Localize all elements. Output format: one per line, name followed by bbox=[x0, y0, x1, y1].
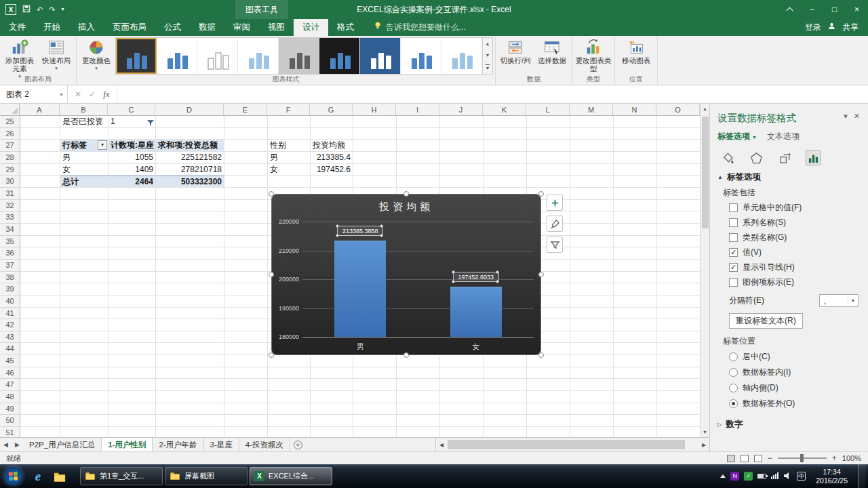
cell-B33[interactable] bbox=[60, 211, 108, 224]
row-header-49[interactable]: 49 bbox=[0, 403, 20, 415]
cell-A47[interactable] bbox=[20, 379, 60, 391]
cell-A33[interactable] bbox=[20, 211, 60, 224]
cell-E39[interactable] bbox=[224, 283, 268, 296]
chart-style-thumb-8[interactable] bbox=[401, 38, 441, 74]
radio-outside-end[interactable]: 数据标签外(O) bbox=[729, 398, 860, 409]
cell-C49[interactable] bbox=[108, 403, 156, 415]
cell-C46[interactable] bbox=[108, 367, 156, 380]
cell-L48[interactable] bbox=[527, 391, 570, 403]
cell-M51[interactable] bbox=[570, 427, 614, 437]
cell-D47[interactable] bbox=[156, 379, 224, 391]
row-header-28[interactable]: 28 bbox=[0, 152, 20, 164]
column-header-L[interactable]: L bbox=[526, 104, 570, 115]
chart-styles-button[interactable] bbox=[547, 216, 563, 232]
cell-D34[interactable] bbox=[156, 224, 224, 236]
row-header-40[interactable]: 40 bbox=[0, 296, 20, 308]
checkbox-box[interactable] bbox=[729, 218, 738, 227]
cell-O30[interactable] bbox=[657, 176, 700, 188]
cell-E44[interactable] bbox=[224, 343, 268, 355]
row-header-30[interactable]: 30 bbox=[0, 176, 20, 188]
redo-icon[interactable]: ↷ bbox=[49, 6, 55, 14]
cell-H29[interactable] bbox=[353, 164, 397, 176]
input-language-icon[interactable]: 中 bbox=[797, 472, 806, 481]
cell-H30[interactable] bbox=[353, 176, 397, 188]
chart-elements-button[interactable] bbox=[547, 195, 563, 211]
taskbar-window-1[interactable]: 屏幕截图 bbox=[165, 467, 248, 485]
formula-input[interactable] bbox=[117, 85, 868, 103]
row-header-39[interactable]: 39 bbox=[0, 283, 20, 296]
windows-explorer-icon[interactable] bbox=[51, 468, 68, 485]
cell-A31[interactable] bbox=[20, 188, 60, 200]
chart-style-thumb-3[interactable] bbox=[197, 38, 238, 74]
worksheet-grid[interactable]: ABCDEFGHIJKLMNO 25是否已投资12627行标签▼计数项:星座求和… bbox=[0, 104, 700, 437]
cell-D36[interactable] bbox=[156, 247, 224, 260]
cell-J26[interactable] bbox=[440, 128, 484, 140]
cell-O31[interactable] bbox=[657, 188, 700, 200]
cell-N46[interactable] bbox=[614, 367, 657, 380]
cell-A39[interactable] bbox=[20, 283, 60, 296]
page-break-view-icon[interactable] bbox=[754, 455, 762, 462]
cell-C39[interactable] bbox=[108, 283, 156, 296]
cell-L51[interactable] bbox=[527, 427, 570, 437]
cell-B26[interactable] bbox=[60, 128, 108, 140]
customize-qat-icon[interactable]: ▾ bbox=[61, 7, 64, 12]
name-box-dropdown-icon[interactable]: ▼ bbox=[56, 92, 67, 97]
cell-I45[interactable] bbox=[397, 355, 440, 367]
chart-bar-男[interactable] bbox=[334, 241, 386, 337]
column-header-N[interactable]: N bbox=[613, 104, 656, 115]
cell-G27[interactable]: 投资均额 bbox=[311, 140, 353, 152]
sheet-tab-1[interactable]: 1-用户性别 bbox=[102, 438, 153, 451]
cell-N30[interactable] bbox=[614, 176, 657, 188]
restore-button[interactable]: □ bbox=[823, 0, 846, 19]
cell-L50[interactable] bbox=[527, 415, 570, 427]
row-header-50[interactable]: 50 bbox=[0, 415, 20, 427]
horizontal-scroll-thumb[interactable] bbox=[448, 440, 685, 449]
cell-M46[interactable] bbox=[570, 367, 614, 380]
cell-J49[interactable] bbox=[440, 403, 484, 415]
cell-O38[interactable] bbox=[657, 272, 700, 284]
cell-C32[interactable] bbox=[108, 200, 156, 212]
cell-E37[interactable] bbox=[224, 260, 268, 272]
cell-O43[interactable] bbox=[657, 331, 700, 344]
column-header-G[interactable]: G bbox=[310, 104, 353, 115]
cell-I29[interactable] bbox=[397, 164, 440, 176]
row-header-27[interactable]: 27 bbox=[0, 140, 20, 152]
radio-inside-end[interactable]: 数据标签内(I) bbox=[729, 367, 860, 378]
cell-A43[interactable] bbox=[20, 331, 60, 344]
cell-J25[interactable] bbox=[440, 116, 484, 128]
chart-resize-handle[interactable] bbox=[269, 352, 274, 358]
cell-C31[interactable] bbox=[108, 188, 156, 200]
show-desktop-button[interactable] bbox=[858, 464, 865, 488]
vertical-scrollbar[interactable]: ▲ ▼ bbox=[700, 104, 709, 437]
cell-B28[interactable]: 男 bbox=[60, 152, 108, 164]
sheet-nav-right-icon[interactable]: ▶ bbox=[12, 438, 23, 451]
vertical-scroll-thumb[interactable] bbox=[702, 117, 709, 228]
cell-D38[interactable] bbox=[156, 272, 224, 284]
cell-C47[interactable] bbox=[108, 379, 156, 391]
row-header-26[interactable]: 26 bbox=[0, 128, 20, 140]
cell-M27[interactable] bbox=[570, 140, 614, 152]
add-chart-element-button[interactable]: 添加图表元素▾ bbox=[2, 37, 37, 73]
row-header-37[interactable]: 37 bbox=[0, 260, 20, 272]
cell-A34[interactable] bbox=[20, 224, 60, 236]
cell-B45[interactable] bbox=[60, 355, 108, 367]
cell-H25[interactable] bbox=[353, 116, 397, 128]
radio-inside-base[interactable]: 轴内侧(D) bbox=[729, 382, 860, 394]
cell-O41[interactable] bbox=[657, 308, 700, 320]
cell-I48[interactable] bbox=[397, 391, 440, 403]
cell-B30[interactable]: 总计 bbox=[60, 176, 108, 188]
cell-C26[interactable] bbox=[108, 128, 156, 140]
cell-D26[interactable] bbox=[156, 128, 224, 140]
chart-style-thumb-6[interactable] bbox=[319, 38, 360, 74]
normal-view-icon[interactable] bbox=[727, 455, 735, 462]
select-data-button[interactable]: 选择数据 bbox=[534, 37, 570, 73]
cell-M32[interactable] bbox=[570, 200, 614, 212]
cell-N27[interactable] bbox=[614, 140, 657, 152]
cell-N36[interactable] bbox=[614, 247, 657, 260]
chart-resize-handle[interactable] bbox=[538, 352, 544, 358]
row-header-36[interactable]: 36 bbox=[0, 247, 20, 260]
cell-A41[interactable] bbox=[20, 308, 60, 320]
ribbon-display-options-icon[interactable] bbox=[778, 0, 801, 19]
cell-K29[interactable] bbox=[484, 164, 527, 176]
horizontal-scroll-track[interactable] bbox=[447, 438, 698, 451]
